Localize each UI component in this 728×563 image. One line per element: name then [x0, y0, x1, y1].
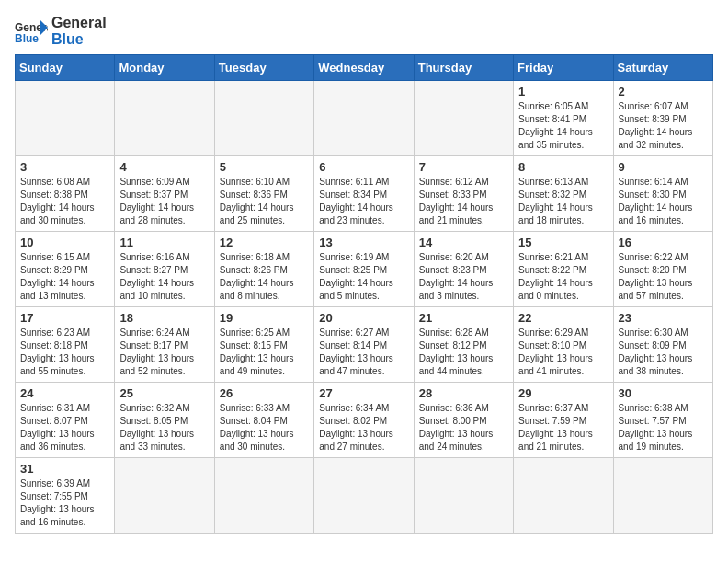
day-number: 20: [319, 311, 408, 325]
day-info: Sunrise: 6:21 AM Sunset: 8:22 PM Dayligh…: [518, 251, 608, 303]
calendar-cell: 22Sunrise: 6:29 AM Sunset: 8:10 PM Dayli…: [514, 307, 613, 383]
calendar-cell: 11Sunrise: 6:16 AM Sunset: 8:27 PM Dayli…: [115, 232, 214, 307]
day-info: Sunrise: 6:10 AM Sunset: 8:36 PM Dayligh…: [220, 176, 309, 227]
calendar-cell: 25Sunrise: 6:32 AM Sunset: 8:05 PM Dayli…: [115, 383, 214, 458]
day-header-tuesday: Tuesday: [214, 55, 313, 81]
calendar-cell: [115, 458, 214, 534]
calendar-cell: 3Sunrise: 6:08 AM Sunset: 8:38 PM Daylig…: [16, 156, 115, 232]
day-info: Sunrise: 6:32 AM Sunset: 8:05 PM Dayligh…: [119, 402, 209, 454]
day-number: 28: [419, 386, 508, 400]
calendar-cell: [613, 458, 712, 534]
day-header-friday: Friday: [514, 55, 613, 81]
day-number: 22: [518, 311, 608, 325]
day-info: Sunrise: 6:31 AM Sunset: 8:07 PM Dayligh…: [20, 402, 109, 454]
calendar-cell: [414, 81, 513, 156]
day-number: 17: [20, 311, 109, 325]
day-number: 30: [619, 386, 708, 400]
day-info: Sunrise: 6:23 AM Sunset: 8:18 PM Dayligh…: [20, 327, 109, 378]
day-info: Sunrise: 6:28 AM Sunset: 8:12 PM Dayligh…: [419, 327, 508, 378]
calendar-cell: [314, 81, 414, 156]
day-number: 2: [619, 85, 708, 98]
header: General Blue General Blue: [15, 15, 713, 47]
day-number: 12: [220, 236, 309, 249]
day-header-saturday: Saturday: [613, 55, 712, 81]
day-info: Sunrise: 6:30 AM Sunset: 8:09 PM Dayligh…: [619, 327, 708, 378]
calendar-cell: 24Sunrise: 6:31 AM Sunset: 8:07 PM Dayli…: [16, 383, 115, 458]
day-info: Sunrise: 6:16 AM Sunset: 8:27 PM Dayligh…: [119, 251, 209, 303]
calendar-cell: 28Sunrise: 6:36 AM Sunset: 8:00 PM Dayli…: [414, 383, 513, 458]
day-number: 25: [119, 386, 209, 400]
day-number: 10: [20, 236, 109, 249]
day-info: Sunrise: 6:13 AM Sunset: 8:32 PM Dayligh…: [518, 176, 608, 227]
day-info: Sunrise: 6:14 AM Sunset: 8:30 PM Dayligh…: [619, 176, 708, 227]
day-info: Sunrise: 6:07 AM Sunset: 8:39 PM Dayligh…: [619, 100, 708, 152]
calendar-cell: [115, 81, 214, 156]
calendar-cell: 21Sunrise: 6:28 AM Sunset: 8:12 PM Dayli…: [414, 307, 513, 383]
day-number: 18: [119, 311, 209, 325]
day-info: Sunrise: 6:15 AM Sunset: 8:29 PM Dayligh…: [20, 251, 109, 303]
day-number: 6: [319, 160, 408, 174]
svg-text:Blue: Blue: [15, 32, 39, 44]
calendar-cell: [314, 458, 414, 534]
day-number: 5: [220, 160, 309, 174]
day-number: 9: [619, 160, 708, 174]
day-info: Sunrise: 6:29 AM Sunset: 8:10 PM Dayligh…: [518, 327, 608, 378]
day-number: 26: [220, 386, 309, 400]
day-header-wednesday: Wednesday: [314, 55, 414, 81]
day-number: 14: [419, 236, 508, 249]
day-info: Sunrise: 6:20 AM Sunset: 8:23 PM Dayligh…: [419, 251, 508, 303]
day-info: Sunrise: 6:39 AM Sunset: 7:55 PM Dayligh…: [20, 477, 109, 529]
day-info: Sunrise: 6:25 AM Sunset: 8:15 PM Dayligh…: [220, 327, 309, 378]
calendar-cell: 12Sunrise: 6:18 AM Sunset: 8:26 PM Dayli…: [214, 232, 313, 307]
calendar-cell: 2Sunrise: 6:07 AM Sunset: 8:39 PM Daylig…: [613, 81, 712, 156]
calendar-cell: 30Sunrise: 6:38 AM Sunset: 7:57 PM Dayli…: [613, 383, 712, 458]
day-number: 29: [518, 386, 608, 400]
day-number: 23: [619, 311, 708, 325]
calendar-cell: 20Sunrise: 6:27 AM Sunset: 8:14 PM Dayli…: [314, 307, 414, 383]
calendar-cell: 5Sunrise: 6:10 AM Sunset: 8:36 PM Daylig…: [214, 156, 313, 232]
calendar-cell: 13Sunrise: 6:19 AM Sunset: 8:25 PM Dayli…: [314, 232, 414, 307]
calendar-cell: 16Sunrise: 6:22 AM Sunset: 8:20 PM Dayli…: [613, 232, 712, 307]
day-header-sunday: Sunday: [16, 55, 115, 81]
calendar-cell: 15Sunrise: 6:21 AM Sunset: 8:22 PM Dayli…: [514, 232, 613, 307]
day-info: Sunrise: 6:33 AM Sunset: 8:04 PM Dayligh…: [220, 402, 309, 454]
day-number: 11: [119, 236, 209, 249]
day-info: Sunrise: 6:09 AM Sunset: 8:37 PM Dayligh…: [119, 176, 209, 227]
calendar-cell: 26Sunrise: 6:33 AM Sunset: 8:04 PM Dayli…: [214, 383, 313, 458]
calendar-table: SundayMondayTuesdayWednesdayThursdayFrid…: [15, 54, 713, 534]
day-info: Sunrise: 6:19 AM Sunset: 8:25 PM Dayligh…: [319, 251, 408, 303]
day-header-thursday: Thursday: [414, 55, 513, 81]
calendar-cell: 4Sunrise: 6:09 AM Sunset: 8:37 PM Daylig…: [115, 156, 214, 232]
calendar-cell: 17Sunrise: 6:23 AM Sunset: 8:18 PM Dayli…: [16, 307, 115, 383]
calendar-cell: 19Sunrise: 6:25 AM Sunset: 8:15 PM Dayli…: [214, 307, 313, 383]
day-number: 24: [20, 386, 109, 400]
day-number: 7: [419, 160, 508, 174]
calendar-cell: 23Sunrise: 6:30 AM Sunset: 8:09 PM Dayli…: [613, 307, 712, 383]
day-info: Sunrise: 6:27 AM Sunset: 8:14 PM Dayligh…: [319, 327, 408, 378]
day-number: 19: [220, 311, 309, 325]
calendar-cell: [214, 458, 313, 534]
day-number: 4: [119, 160, 209, 174]
day-number: 21: [419, 311, 508, 325]
day-info: Sunrise: 6:36 AM Sunset: 8:00 PM Dayligh…: [419, 402, 508, 454]
calendar-cell: 8Sunrise: 6:13 AM Sunset: 8:32 PM Daylig…: [514, 156, 613, 232]
calendar-cell: 9Sunrise: 6:14 AM Sunset: 8:30 PM Daylig…: [613, 156, 712, 232]
calendar-cell: 10Sunrise: 6:15 AM Sunset: 8:29 PM Dayli…: [16, 232, 115, 307]
day-header-monday: Monday: [115, 55, 214, 81]
day-info: Sunrise: 6:18 AM Sunset: 8:26 PM Dayligh…: [220, 251, 309, 303]
day-number: 1: [518, 85, 608, 98]
day-info: Sunrise: 6:11 AM Sunset: 8:34 PM Dayligh…: [319, 176, 408, 227]
day-number: 8: [518, 160, 608, 174]
logo: General Blue General Blue: [15, 15, 107, 47]
calendar-cell: 7Sunrise: 6:12 AM Sunset: 8:33 PM Daylig…: [414, 156, 513, 232]
calendar-cell: 18Sunrise: 6:24 AM Sunset: 8:17 PM Dayli…: [115, 307, 214, 383]
day-info: Sunrise: 6:34 AM Sunset: 8:02 PM Dayligh…: [319, 402, 408, 454]
day-number: 16: [619, 236, 708, 249]
day-info: Sunrise: 6:24 AM Sunset: 8:17 PM Dayligh…: [119, 327, 209, 378]
day-info: Sunrise: 6:12 AM Sunset: 8:33 PM Dayligh…: [419, 176, 508, 227]
calendar-cell: [514, 458, 613, 534]
day-info: Sunrise: 6:08 AM Sunset: 8:38 PM Dayligh…: [20, 176, 109, 227]
calendar-cell: 1Sunrise: 6:05 AM Sunset: 8:41 PM Daylig…: [514, 81, 613, 156]
calendar-cell: 27Sunrise: 6:34 AM Sunset: 8:02 PM Dayli…: [314, 383, 414, 458]
day-info: Sunrise: 6:05 AM Sunset: 8:41 PM Dayligh…: [518, 100, 608, 152]
